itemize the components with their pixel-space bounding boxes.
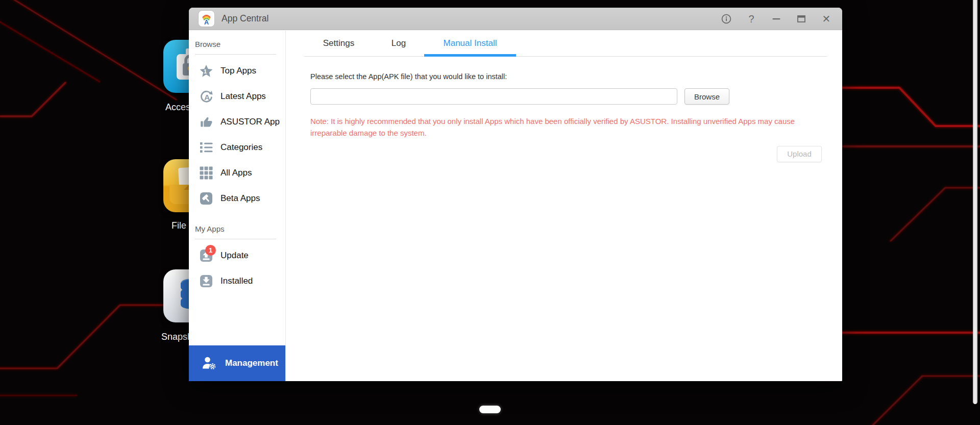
help-button[interactable]: ?	[746, 13, 757, 24]
management-label: Management	[225, 358, 278, 368]
sidebar: Browse 1 Top Apps A	[189, 31, 286, 381]
window-titlebar[interactable]: A App Central ? ✕	[189, 8, 842, 30]
app-central-logo-icon: A	[198, 10, 215, 27]
tab-log[interactable]: Log	[373, 31, 424, 56]
sidebar-item-label: Beta Apps	[220, 193, 260, 204]
logo-letter: A	[204, 19, 209, 26]
sidebar-item-all-apps[interactable]: All Apps	[189, 160, 285, 186]
tab-bar: Settings Log Manual Install	[304, 31, 827, 57]
sidebar-item-label: Categories	[220, 142, 262, 153]
install-warning-note: Note: It is highly recommended that you …	[310, 115, 816, 139]
sidebar-item-label: Installed	[220, 276, 253, 286]
sidebar-item-label: Update	[220, 251, 249, 261]
gavel-icon	[200, 192, 213, 205]
star-number: 1	[204, 68, 207, 74]
divider	[195, 54, 276, 55]
sidebar-section-my-apps: My Apps	[189, 222, 285, 236]
sidebar-item-top-apps[interactable]: 1 Top Apps	[189, 58, 285, 84]
management-button[interactable]: Management	[189, 345, 285, 381]
user-gear-icon	[202, 356, 217, 370]
apk-file-path-input[interactable]	[310, 88, 677, 105]
app-central-window: A App Central ? ✕	[189, 8, 842, 381]
star-rank-icon: 1	[200, 64, 213, 78]
desktop-icon-label: Snapsh	[161, 332, 192, 342]
window-controls: ? ✕	[721, 13, 832, 24]
maximize-icon[interactable]	[796, 13, 807, 24]
sidebar-item-label: Top Apps	[220, 66, 256, 76]
browse-button[interactable]: Browse	[684, 88, 729, 105]
divider	[195, 239, 276, 239]
upload-button[interactable]: Upload	[777, 146, 822, 162]
refresh-a-icon: A	[200, 90, 213, 103]
tab-manual-install[interactable]: Manual Install	[424, 31, 516, 56]
grid-icon	[200, 166, 213, 180]
update-count-badge: 1	[205, 245, 216, 256]
sidebar-item-update[interactable]: 1 Update	[189, 243, 285, 268]
thumbs-up-icon	[200, 115, 213, 129]
minimize-icon[interactable]	[771, 13, 782, 24]
upload-arrow-icon: 1	[200, 249, 213, 262]
sidebar-item-label: All Apps	[220, 168, 252, 178]
sidebar-item-label: ASUSTOR App	[220, 117, 280, 127]
sidebar-item-categories[interactable]: Categories	[189, 135, 285, 160]
window-title: App Central	[222, 13, 268, 24]
sidebar-item-latest-apps[interactable]: A Latest Apps	[189, 84, 285, 109]
main-pane: Settings Log Manual Install Please selec…	[286, 31, 842, 381]
list-icon	[200, 141, 213, 154]
sidebar-item-label: Latest Apps	[220, 91, 266, 102]
close-button[interactable]: ✕	[821, 13, 832, 24]
sidebar-item-beta-apps[interactable]: Beta Apps	[189, 186, 285, 211]
download-tray-icon	[200, 274, 213, 288]
taskbar-handle[interactable]	[479, 406, 501, 413]
apk-select-prompt: Please select the App(APK file) that you…	[310, 72, 822, 81]
sidebar-section-browse: Browse	[189, 38, 285, 51]
tab-settings[interactable]: Settings	[304, 31, 373, 56]
manual-install-panel: Please select the App(APK file) that you…	[286, 57, 842, 162]
sidebar-item-installed[interactable]: Installed	[189, 268, 285, 294]
right-edge-panel	[973, 0, 977, 404]
info-button[interactable]	[721, 13, 732, 24]
sidebar-item-asustor-app[interactable]: ASUSTOR App	[189, 109, 285, 135]
refresh-letter: A	[204, 93, 210, 102]
